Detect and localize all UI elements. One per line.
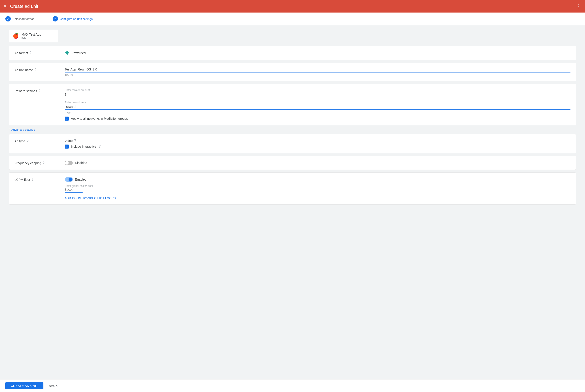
video-label: Video <box>65 139 73 142</box>
include-interactive-label: Include Interactive <box>71 145 96 148</box>
reward-settings-value-col: Enter reward amount Enter reward item 6 … <box>65 88 570 120</box>
apply-all-networks-checkbox[interactable] <box>65 116 69 120</box>
create-ad-unit-button[interactable]: CREATE AD UNIT <box>5 382 44 389</box>
main-content: 🍎 MAX Test App iOS Ad format ? Rewa <box>0 25 585 379</box>
app-platform: iOS <box>22 36 41 40</box>
apply-all-networks-label: Apply to all networks in Mediation group… <box>71 117 128 120</box>
close-button[interactable]: × <box>4 4 6 9</box>
ad-format-help-icon[interactable]: ? <box>30 51 32 55</box>
step-divider <box>36 19 50 19</box>
include-interactive-help-icon[interactable]: ? <box>99 144 101 148</box>
apply-all-networks-row: Apply to all networks in Mediation group… <box>65 116 570 120</box>
ad-type-value-col: Video ? Include Interactive ? <box>65 139 570 148</box>
video-help-icon[interactable]: ? <box>74 139 76 143</box>
ad-unit-name-label: Ad unit name <box>14 68 33 72</box>
back-button[interactable]: BACK <box>46 382 60 389</box>
app-card: 🍎 MAX Test App iOS <box>9 30 58 42</box>
ad-unit-name-card: Ad unit name ? 19 / 80 <box>9 63 576 81</box>
step2-circle: 2 <box>52 16 58 22</box>
more-button[interactable]: ⋮ <box>576 3 582 9</box>
reward-amount-section: Enter reward amount <box>65 88 570 101</box>
advanced-chevron: ^ <box>9 128 10 131</box>
frequency-capping-status: Disabled <box>75 161 87 165</box>
frequency-capping-card: Frequency capping ? Disabled <box>9 156 576 170</box>
rewarded-text: Rewarded <box>72 51 86 55</box>
ad-type-help-icon[interactable]: ? <box>26 139 28 143</box>
app-info: MAX Test App iOS <box>22 33 41 40</box>
include-interactive-row: Include Interactive ? <box>65 144 570 148</box>
stepper: ✓ Select ad format 2 Configure ad unit s… <box>0 12 585 25</box>
ad-type-label-col: Ad type ? <box>14 139 59 143</box>
add-country-link[interactable]: ADD COUNTRY-SPECIFIC FLOORS <box>65 196 116 200</box>
ecpm-floor-help-icon[interactable]: ? <box>32 178 34 182</box>
reward-settings-help-icon[interactable]: ? <box>38 89 40 93</box>
ecpm-floor-toggle[interactable] <box>65 177 73 182</box>
page-title: Create ad unit <box>10 4 38 9</box>
ecpm-floor-card: eCPM floor ? Enabled Enter global eCPM f… <box>9 172 576 204</box>
reward-amount-input[interactable] <box>65 93 570 97</box>
frequency-capping-value-col: Disabled <box>65 161 570 165</box>
ecpm-floor-label-col: eCPM floor ? <box>14 177 59 182</box>
ecpm-floor-label: eCPM floor <box>14 178 30 182</box>
step2-label: Configure ad unit settings <box>60 17 93 20</box>
app-name: MAX Test App <box>22 33 41 36</box>
reward-item-char-count: 6 / 80 <box>65 112 570 115</box>
apple-icon: 🍎 <box>13 33 19 39</box>
ad-unit-name-help-icon[interactable]: ? <box>34 68 36 72</box>
ad-unit-name-input[interactable] <box>65 68 570 72</box>
frequency-capping-toggle-row: Disabled <box>65 161 570 165</box>
reward-settings-label-col: Reward settings ? <box>14 88 59 93</box>
ad-type-card: Ad type ? Video ? Include Interactive ? <box>9 134 576 153</box>
step1-label: Select ad format <box>12 17 34 20</box>
ecpm-floor-input[interactable] <box>65 188 82 193</box>
ad-unit-name-label-col: Ad unit name ? <box>14 68 59 72</box>
header: × Create ad unit ⋮ <box>0 0 585 12</box>
ecpm-floor-status: Enabled <box>75 178 86 181</box>
step-2: 2 Configure ad unit settings <box>52 16 93 22</box>
footer: CREATE AD UNIT BACK <box>0 379 585 392</box>
include-interactive-checkbox[interactable] <box>65 144 69 148</box>
ad-unit-name-value-col: 19 / 80 <box>65 68 570 76</box>
ecpm-floor-value-col: Enabled Enter global eCPM floor ADD COUN… <box>65 177 570 200</box>
ad-format-label: Ad format <box>14 51 28 55</box>
ad-format-label-col: Ad format ? <box>14 50 59 55</box>
advanced-settings-toggle[interactable]: ^ Advanced settings <box>9 128 576 131</box>
ecpm-global-label: Enter global eCPM floor <box>65 184 570 188</box>
ad-format-card: Ad format ? Rewarded <box>9 46 576 60</box>
step1-circle: ✓ <box>5 16 11 22</box>
reward-settings-label: Reward settings <box>14 89 37 93</box>
frequency-capping-label: Frequency capping <box>14 161 41 165</box>
ad-type-label: Ad type <box>14 140 25 143</box>
reward-amount-label: Enter reward amount <box>65 88 570 92</box>
frequency-capping-label-col: Frequency capping ? <box>14 161 59 165</box>
rewarded-icon <box>65 50 70 56</box>
ecpm-floor-toggle-row: Enabled <box>65 177 570 182</box>
reward-item-label: Enter reward item <box>65 101 570 104</box>
step-1: ✓ Select ad format <box>5 16 34 22</box>
video-row: Video ? <box>65 139 570 143</box>
rewarded-badge: Rewarded <box>65 50 570 56</box>
reward-item-input[interactable] <box>65 105 570 110</box>
reward-settings-card: Reward settings ? Enter reward amount En… <box>9 84 576 125</box>
frequency-capping-toggle[interactable] <box>65 161 73 165</box>
ad-unit-name-char-count: 19 / 80 <box>65 74 570 76</box>
reward-item-section: Enter reward item 6 / 80 <box>65 101 570 115</box>
advanced-settings-label: Advanced settings <box>11 128 35 131</box>
frequency-capping-help-icon[interactable]: ? <box>42 161 44 165</box>
ad-format-value-col: Rewarded <box>65 50 570 56</box>
